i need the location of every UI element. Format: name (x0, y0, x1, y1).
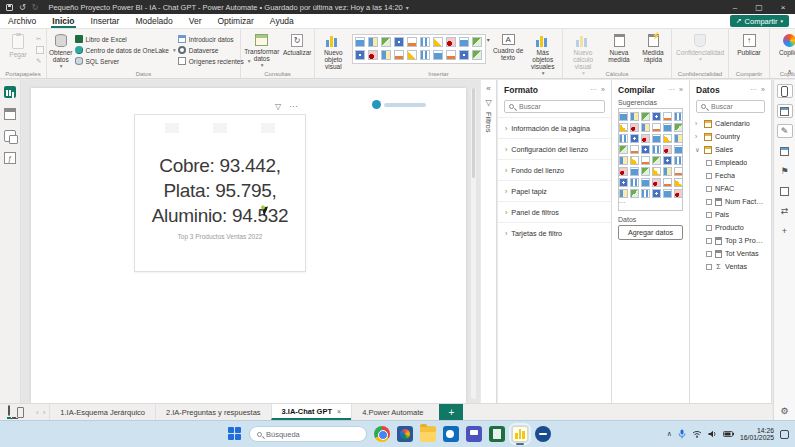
visual-type-icon[interactable] (420, 50, 430, 60)
tab-ayuda[interactable]: Ayuda (262, 14, 302, 28)
model-view-icon[interactable] (4, 130, 16, 142)
visual-type-icon[interactable] (663, 145, 672, 154)
visual-type-icon[interactable] (630, 156, 639, 165)
new-visual-button[interactable]: Nuevo objeto visual (317, 32, 350, 70)
build-collapse-icon[interactable]: » (679, 86, 683, 94)
visual-type-icon[interactable] (674, 156, 683, 165)
format-search[interactable] (504, 100, 605, 113)
share-button[interactable]: ↗ Compartir ▾ (730, 15, 789, 27)
field-fecha[interactable]: Fecha (690, 169, 771, 182)
visual-type-icon[interactable] (652, 178, 661, 187)
battery-icon[interactable] (723, 431, 734, 437)
tab-inicio[interactable]: Inicio (44, 14, 82, 28)
tab-insertar[interactable]: Insertar (83, 14, 128, 28)
format-section-canvas-background[interactable]: ›Fondo del lienzo (498, 159, 611, 180)
visual-type-icon[interactable] (663, 123, 672, 132)
text-box-button[interactable]: A Cuadro de texto (493, 32, 524, 61)
field-ventas[interactable]: Σ Ventas (690, 260, 771, 273)
visual-type-icon[interactable] (446, 50, 456, 60)
enter-data-button[interactable]: Introducir datos (178, 34, 251, 44)
sync-slicers-pane-icon[interactable]: ⇄ (777, 204, 793, 218)
selection-pane-icon[interactable] (777, 184, 793, 198)
field-checkbox[interactable] (706, 160, 712, 166)
add-data-button[interactable]: Agregar datos (618, 225, 683, 240)
mobile-view-icon[interactable] (17, 407, 24, 418)
visual-type-icon[interactable] (619, 123, 628, 132)
visual-type-icon[interactable] (630, 178, 639, 187)
copilot-button[interactable]: Copilot (772, 32, 795, 56)
report-view-icon[interactable] (4, 86, 16, 98)
visual-type-icon[interactable] (674, 145, 683, 154)
teams-icon[interactable] (466, 426, 482, 442)
photos-app-icon[interactable] (397, 426, 413, 442)
expand-filters-icon[interactable]: « (486, 84, 490, 93)
field-checkbox[interactable] (706, 212, 712, 218)
page-tab-1[interactable]: 1.IA-Esquema Jerárquico (49, 404, 155, 420)
microphone-icon[interactable] (678, 429, 686, 439)
chrome-icon[interactable] (374, 426, 390, 442)
excel-workbook-button[interactable]: Libro de Excel (75, 34, 176, 44)
visual-type-icon[interactable] (619, 134, 628, 143)
visual-type-icon[interactable] (630, 145, 639, 154)
visual-filter-icon[interactable]: ▽ (275, 102, 281, 111)
transform-data-button[interactable]: Transformar datos ▾ (243, 32, 280, 69)
visual-type-icon[interactable] (674, 167, 683, 176)
visual-type-icon[interactable] (663, 134, 672, 143)
dax-query-view-icon[interactable]: ƒ (4, 152, 16, 164)
visual-type-icon[interactable] (407, 37, 417, 47)
format-section-filter-pane[interactable]: ›Panel de filtros (498, 201, 611, 222)
wifi-icon[interactable] (692, 430, 702, 438)
report-page[interactable]: ▽ ⋯ Cobre: 93.442, Plata: 95.795, Alumin… (31, 88, 466, 403)
field-nfac[interactable]: NFAC (690, 182, 771, 195)
visual-type-icon[interactable] (433, 37, 443, 47)
tab-optimizar[interactable]: Optimizar (209, 14, 261, 28)
format-section-page-info[interactable]: ›Información de la página (498, 117, 611, 138)
field-checkbox[interactable] (706, 225, 712, 231)
visual-type-icon[interactable] (652, 156, 661, 165)
visual-type-icon[interactable] (619, 167, 628, 176)
visual-type-icon[interactable] (641, 134, 650, 143)
format-more-icon[interactable]: ⋯ (590, 86, 597, 94)
data-search-input[interactable] (709, 102, 760, 111)
visual-type-icon[interactable] (652, 112, 661, 121)
visual-type-icon[interactable] (472, 50, 482, 60)
visual-type-icon[interactable] (446, 37, 456, 47)
visual-type-icon[interactable] (619, 112, 628, 121)
visual-type-icon[interactable] (630, 189, 639, 198)
visual-type-icon[interactable] (630, 123, 639, 132)
visual-type-icon[interactable] (652, 134, 661, 143)
maximize-button[interactable]: ▢ (747, 0, 771, 14)
visual-type-icon[interactable] (641, 145, 650, 154)
field-top3-producto[interactable]: Top 3 Producto... (690, 234, 771, 247)
desktop-view-icon[interactable] (8, 406, 10, 418)
visual-type-icon[interactable] (355, 50, 365, 60)
format-search-input[interactable] (517, 102, 600, 111)
file-explorer-icon[interactable] (420, 426, 436, 442)
visual-type-icon[interactable] (641, 112, 650, 121)
visual-type-icon[interactable] (381, 50, 391, 60)
format-section-filter-cards[interactable]: ›Tarjetas de filtro (498, 222, 611, 243)
visual-type-icon[interactable] (619, 156, 628, 165)
save-icon[interactable] (6, 4, 13, 11)
new-measure-button[interactable]: Nueva medida (603, 32, 635, 63)
visual-type-icon[interactable] (652, 167, 661, 176)
visual-type-icon[interactable] (394, 50, 404, 60)
taskbar-search[interactable]: Búsqueda (249, 426, 367, 442)
visual-type-icon[interactable] (663, 112, 672, 121)
field-checkbox[interactable] (706, 251, 712, 257)
filters-pane-collapsed[interactable]: « ▽ Filtros (481, 80, 497, 403)
settings-gear-icon[interactable]: ⚙ (780, 406, 788, 416)
close-button[interactable]: × (771, 0, 795, 14)
taskbar-clock[interactable]: 14:26 16/01/2025 (740, 427, 774, 442)
data-more-icon[interactable]: ⋯ (750, 86, 757, 94)
table-sales[interactable]: ∨ Sales (690, 143, 771, 156)
field-num-facturas[interactable]: Num Facturas (690, 195, 771, 208)
visual-type-icon[interactable] (641, 167, 650, 176)
minimize-button[interactable]: – (723, 0, 747, 14)
new-page-button[interactable]: + (439, 404, 463, 420)
sql-server-button[interactable]: SQL Server (75, 56, 176, 66)
visual-type-icon[interactable] (641, 123, 650, 132)
field-empleado[interactable]: Empleado (690, 156, 771, 169)
excel-app-icon[interactable] (489, 426, 505, 442)
powerbi-app-icon[interactable] (512, 426, 528, 442)
